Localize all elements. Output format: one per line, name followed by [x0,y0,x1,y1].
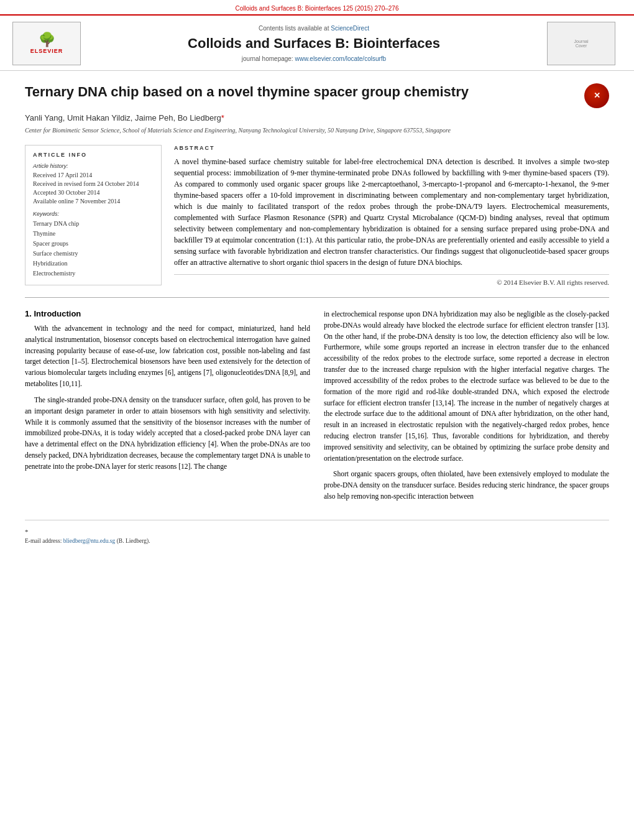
body-right-paragraph-2: Short organic spacers groups, often thio… [324,469,609,502]
intro-body-text: With the advancement in technology and t… [25,323,310,473]
section-title: Introduction [34,309,81,318]
article-info-abstract-section: ARTICLE INFO Article history: Received 1… [25,145,609,286]
science-direct-link[interactable]: ScienceDirect [331,25,369,32]
available-date: Available online 7 November 2014 [33,197,154,206]
homepage-text: journal homepage: [242,55,293,62]
elsevier-logo: 🌳 ELSEVIER [12,22,81,65]
contents-text: Contents lists available at [259,25,329,32]
article-info-box: ARTICLE INFO Article history: Received 1… [25,145,162,285]
abstract-text: A novel thymine-based surface chemistry … [174,156,609,268]
intro-paragraph-1: With the advancement in technology and t… [25,323,310,390]
keywords-section: Keywords: Ternary DNA chip Thymine Space… [33,211,154,279]
keyword-5: Hybridization [33,259,154,269]
affiliation: Center for Biomimetic Sensor Science, Sc… [25,126,609,135]
accepted-date: Accepted 30 October 2014 [33,188,154,197]
body-col-left: 1. Introduction With the advancement in … [25,309,310,507]
revised-date: Received in revised form 24 October 2014 [33,180,154,188]
section-number: 1. [25,309,32,318]
corresponding-marker: * [221,113,224,122]
email-suffix: (B. Liedberg). [117,538,150,544]
email-address[interactable]: bliedberg@ntu.edu.sg [63,538,116,544]
article-title: Ternary DNA chip based on a novel thymin… [25,83,575,101]
footer-note: * E-mail address: bliedberg@ntu.edu.sg (… [25,527,609,546]
body-right-text: in electrochemical response upon DNA hyb… [324,309,609,502]
keyword-2: Thymine [33,229,154,239]
body-content: 1. Introduction With the advancement in … [25,309,609,507]
article-info-column: ARTICLE INFO Article history: Received 1… [25,145,162,286]
authors-text: Yanli Yang, Umit Hakan Yildiz, Jaime Peh… [25,113,221,122]
abstract-title: ABSTRACT [174,145,609,151]
article-info-title: ARTICLE INFO [33,152,154,158]
homepage-line: journal homepage: www.elsevier.com/locat… [93,55,535,62]
journal-center: Contents lists available at ScienceDirec… [81,25,547,62]
keyword-1: Ternary DNA chip [33,219,154,229]
authors: Yanli Yang, Umit Hakan Yildiz, Jaime Peh… [25,113,609,122]
email-label: E-mail address: [25,538,62,544]
contents-line: Contents lists available at ScienceDirec… [93,25,535,32]
elsevier-text: ELSEVIER [30,48,63,54]
journal-cover-image: JournalCover [547,22,615,65]
corresponding-star: * [25,528,29,535]
keywords-label: Keywords: [33,211,154,217]
intro-heading: 1. Introduction [25,309,310,318]
section-divider [25,297,609,298]
tree-icon: 🌳 [39,33,55,47]
article-history-section: Article history: Received 17 April 2014 … [33,163,154,206]
journal-citation: Colloids and Surfaces B: Biointerfaces 1… [0,5,634,12]
article-body: Ternary DNA chip based on a novel thymin… [0,71,634,561]
journal-title: Colloids and Surfaces B: Biointerfaces [93,35,535,52]
intro-paragraph-2: The single-stranded probe-DNA density on… [25,395,310,473]
crossmark-icon: ✕ [594,91,600,101]
article-title-section: Ternary DNA chip based on a novel thymin… [25,83,609,108]
keyword-3: Spacer groups [33,239,154,249]
keyword-6: Electrochemistry [33,269,154,279]
abstract-column: ABSTRACT A novel thymine-based surface c… [174,145,609,286]
body-right-paragraph-1: in electrochemical response upon DNA hyb… [324,309,609,464]
journal-header: Colloids and Surfaces B: Biointerfaces 1… [0,0,634,16]
keyword-4: Surface chemistry [33,249,154,259]
footer-section: * E-mail address: bliedberg@ntu.edu.sg (… [25,520,609,546]
homepage-url[interactable]: www.elsevier.com/locate/colsurfb [295,55,386,62]
abstract-copyright: © 2014 Elsevier B.V. All rights reserved… [174,274,609,286]
journal-name-bar: 🌳 ELSEVIER Contents lists available at S… [0,16,634,71]
article-history-label: Article history: [33,163,154,169]
body-col-right: in electrochemical response upon DNA hyb… [324,309,609,507]
abstract-section: ABSTRACT A novel thymine-based surface c… [174,145,609,286]
received-date-1: Received 17 April 2014 [33,171,154,180]
crossmark-badge[interactable]: ✕ [584,83,609,108]
